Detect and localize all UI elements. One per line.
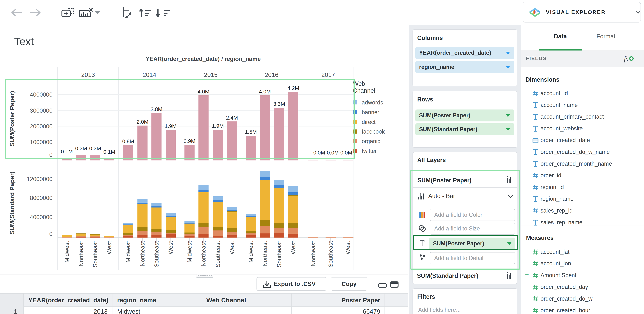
svg-text:Channel: Channel [353,87,375,94]
svg-text:Southeast: Southeast [276,241,282,267]
svg-text:Northeast: Northeast [139,241,146,266]
svg-text:Southeast: Southeast [92,241,98,267]
svg-text:Northeast: Northeast [78,241,84,266]
svg-text:Web: Web [353,80,365,87]
svg-text:twitter: twitter [362,148,377,154]
svg-text:West: West [229,241,235,254]
svg-text:organic: organic [362,138,380,144]
svg-text:direct: direct [362,119,376,125]
svg-text:West: West [168,241,174,254]
svg-text:Southeast: Southeast [153,241,160,267]
svg-text:SUM(Standard Paper): SUM(Standard Paper) [9,172,16,234]
svg-text:2016: 2016 [265,72,278,78]
svg-text:0: 0 [49,231,52,237]
svg-text:Southeast: Southeast [328,241,334,267]
svg-text:West: West [106,241,112,254]
svg-text:12000000: 12000000 [26,176,52,182]
svg-text:West: West [345,241,351,254]
svg-text:Midwest: Midwest [64,241,70,262]
svg-text:West: West [290,241,296,254]
svg-text:adwords: adwords [362,99,383,106]
svg-text:8000000: 8000000 [30,195,52,201]
svg-text:2014: 2014 [143,72,156,78]
svg-text:Southeast: Southeast [215,241,221,267]
svg-text:Midwest: Midwest [248,241,254,262]
svg-text:facebook: facebook [362,128,385,135]
svg-text:banner: banner [362,109,379,116]
svg-text:YEAR(order_created_date) / reg: YEAR(order_created_date) / region_name [146,56,261,62]
svg-text:2017: 2017 [322,72,335,78]
svg-text:Northeast: Northeast [200,241,207,266]
svg-text:Northeast: Northeast [262,241,268,266]
svg-text:2013: 2013 [81,72,95,78]
svg-text:Midwest: Midwest [186,241,193,262]
svg-text:2015: 2015 [204,72,218,78]
svg-text:Midwest: Midwest [125,241,132,262]
svg-text:Northeast: Northeast [310,241,316,266]
svg-text:4000000: 4000000 [30,214,52,220]
